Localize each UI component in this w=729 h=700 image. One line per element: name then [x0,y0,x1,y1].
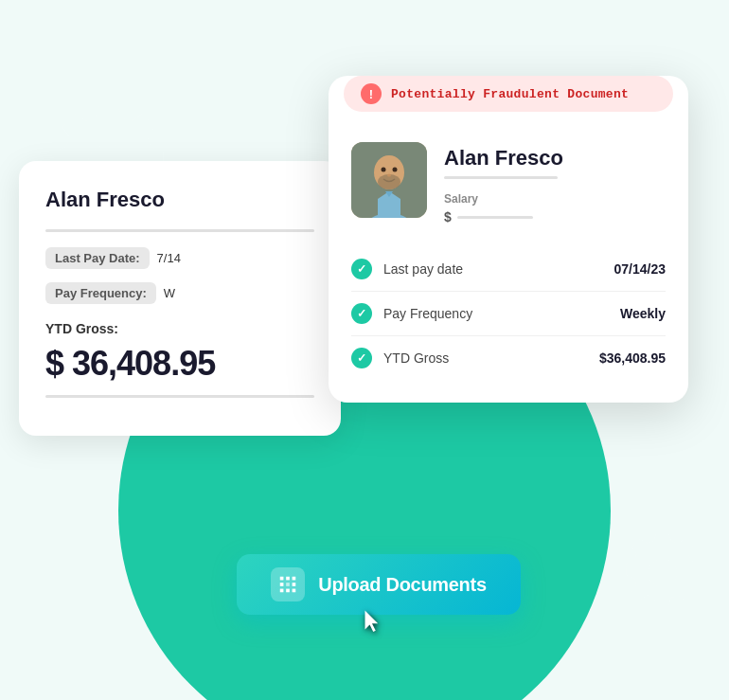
upload-icon [271,567,305,601]
card-header: Alan Fresco Salary $ [329,116,688,240]
svg-point-6 [393,168,398,172]
svg-point-7 [387,174,391,177]
card-row-last-pay: Last pay date 07/14/23 [351,247,666,292]
back-card-last-pay-value: 7/14 [157,251,181,265]
back-card-amount: $ 36,408.95 [45,344,314,384]
card-val-pay-freq: Weekly [620,306,666,321]
front-card: ! Potentially Fraudulent Document [329,76,688,403]
card-rows: Last pay date 07/14/23 Pay Frequency Wee… [329,240,688,380]
svg-rect-10 [293,577,296,581]
gear-bottom-right-icon [615,526,710,624]
cursor-icon [361,608,389,643]
check-ytd-icon [351,348,372,368]
card-val-ytd: $36,408.95 [599,350,666,366]
svg-rect-11 [280,583,284,586]
back-card-divider [45,229,314,232]
card-key-ytd: YTD Gross [383,350,588,366]
fraud-warning-icon: ! [361,83,382,104]
back-card-ytd-label: YTD Gross: [45,321,314,336]
back-card-pay-freq-row: Pay Frequency: W [45,282,314,304]
back-card: Alan Fresco Last Pay Date: 7/14 Pay Freq… [19,161,341,436]
card-salary-row: $ [444,209,666,224]
card-row-ytd: YTD Gross $36,408.95 [351,336,666,380]
scene: Alan Fresco Last Pay Date: 7/14 Pay Freq… [0,0,729,700]
svg-rect-9 [286,577,290,581]
back-card-amount-bar [45,395,314,398]
check-pay-freq-icon [351,303,372,324]
card-key-last-pay: Last pay date [383,261,603,277]
svg-rect-12 [286,583,290,586]
fraud-text: Potentially Fraudulent Document [391,87,629,101]
card-person-info: Alan Fresco Salary $ [444,142,666,224]
svg-rect-8 [280,577,284,581]
svg-rect-15 [286,589,290,593]
fraud-banner: ! Potentially Fraudulent Document [344,76,673,112]
back-card-last-pay-row: Last Pay Date: 7/14 [45,247,314,269]
card-salary-dollar: $ [444,209,452,224]
check-last-pay-icon [351,259,372,279]
card-salary-label: Salary [444,192,666,206]
card-key-pay-freq: Pay Frequency [383,306,609,321]
card-row-pay-freq: Pay Frequency Weekly [351,292,666,336]
card-salary-bar [457,216,533,219]
card-name-line [444,176,558,179]
svg-point-5 [382,168,386,172]
avatar [351,142,427,218]
svg-rect-13 [293,583,296,586]
back-card-pay-freq-value: W [164,286,175,300]
upload-label: Upload Documents [318,574,486,596]
upload-button[interactable]: Upload Documents [237,554,521,615]
svg-rect-14 [280,589,284,593]
back-card-name: Alan Fresco [45,188,314,212]
card-person-name: Alan Fresco [444,146,666,171]
svg-rect-16 [293,589,296,593]
card-val-last-pay: 07/14/23 [614,261,667,277]
back-card-last-pay-label: Last Pay Date: [45,247,150,269]
back-card-pay-freq-label: Pay Frequency: [45,282,156,304]
